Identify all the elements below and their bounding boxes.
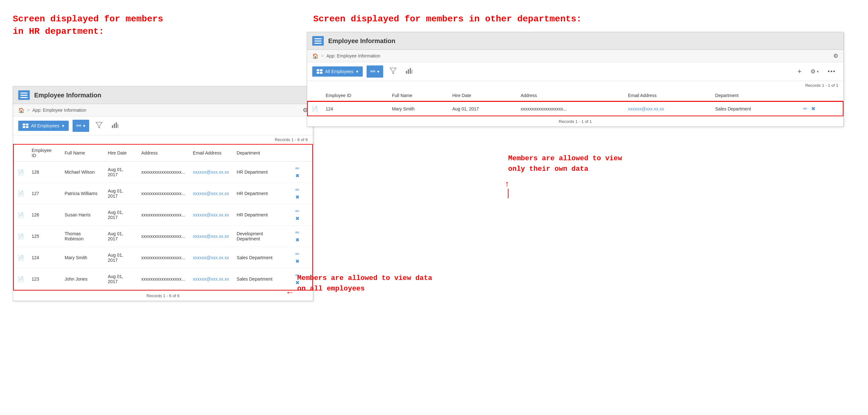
left-chart-button[interactable] [109, 121, 121, 131]
cell-email: xxxxxx@xxx.xx.xx [189, 269, 233, 290]
delete-button[interactable]: ✖ [294, 257, 301, 265]
svg-marker-0 [96, 122, 102, 128]
right-chart-button[interactable] [403, 66, 415, 77]
cell-address: xxxxxxxxxxxxxxxxxx... [137, 226, 189, 247]
cell-dept: HR Department [233, 183, 290, 204]
left-home-icon[interactable]: 🏠 [18, 107, 25, 113]
delete-button[interactable]: ✖ [294, 172, 301, 179]
right-add-button[interactable]: + [795, 66, 804, 77]
right-col-dept-header: Department [711, 90, 798, 102]
left-filter-button[interactable] [93, 121, 105, 131]
cell-actions: ✏ ✖ [290, 183, 312, 204]
table-row: 📄 126 Susan Harris Aug 01, 2017 xxxxxxxx… [14, 204, 312, 226]
table-row: 📄 125 Thomas Robinson Aug 01, 2017 xxxxx… [14, 226, 312, 247]
cell-fullname: John Jones [61, 269, 104, 290]
left-branch-button[interactable]: ⚯ ▾ [72, 120, 89, 132]
right-col-address-header: Address [517, 90, 624, 102]
right-col-fullname-header: Full Name [388, 90, 448, 102]
right-filter-icon [390, 68, 397, 74]
edit-button[interactable]: ✏ [294, 250, 301, 257]
left-col-dept-header: Department [233, 145, 290, 162]
right-branch-icon: ⚯ [370, 68, 375, 75]
left-view-button[interactable]: All Employees ▾ [18, 121, 69, 131]
cell-hiredate: Aug 01, 2017 [104, 204, 137, 226]
cell-actions: ✏ ✖ [290, 204, 312, 226]
right-col-empid-header: Employee ID [322, 90, 388, 102]
cell-empid: 123 [28, 269, 61, 290]
cell-empid: 126 [28, 204, 61, 226]
left-breadcrumb: 🏠 > App: Employee Information ⚙ [13, 104, 313, 116]
cell-email: xxxxxx@xxx.xx.xx [189, 226, 233, 247]
right-branch-button[interactable]: ⚯ ▾ [367, 65, 383, 77]
left-branch-chevron: ▾ [83, 123, 85, 128]
right-note1-line2: only their own data [508, 164, 668, 174]
cell-email: xxxxxx@xxx.xx.xx [189, 183, 233, 204]
page-wrapper: Screen displayed for members in HR depar… [0, 0, 868, 415]
right-col-hiredate-header: Hire Date [448, 90, 517, 102]
row-doc-icon: 📄 [18, 276, 24, 282]
cell-dept: Sales Department [233, 247, 290, 269]
cell-empid: 127 [28, 183, 61, 204]
cell-empid: 124 [28, 247, 61, 269]
right-grid-icon [317, 69, 322, 74]
left-app-header: Employee Information [13, 87, 313, 104]
right-note2-line1: Members are allowed to view data [297, 273, 457, 283]
right-settings-small[interactable]: ⚙ [833, 53, 838, 59]
edit-button[interactable]: ✏ [294, 186, 301, 194]
edit-button[interactable]: ✏ [802, 105, 809, 112]
cell-address: xxxxxxxxxxxxxxxxxx... [137, 269, 189, 290]
right-settings-button[interactable]: ⚙ ▾ [808, 67, 822, 76]
edit-button[interactable]: ✏ [294, 229, 301, 236]
edit-button[interactable]: ✏ [294, 165, 301, 172]
right-app-window: Employee Information 🏠 > App: Employee I… [307, 32, 844, 127]
cell-fullname: Patricia Williams [61, 183, 104, 204]
right-col-email-header: Email Address [624, 90, 711, 102]
cell-actions: ✏ ✖ [798, 102, 843, 116]
cell-dept: Sales Department [233, 269, 290, 290]
delete-button[interactable]: ✖ [294, 236, 301, 244]
table-row: 📄 124 Mary Smith Aug 01, 2017 xxxxxxxxxx… [14, 247, 312, 269]
right-records-top: Records 1 - 1 of 1 [307, 81, 843, 90]
left-filter-icon [96, 122, 102, 128]
right-home-icon[interactable]: 🏠 [312, 53, 319, 59]
cell-dept: HR Department [233, 162, 290, 183]
right-note-1: Members are allowed to view only their o… [508, 153, 668, 174]
delete-button[interactable]: ✖ [294, 215, 301, 222]
svg-rect-7 [408, 69, 409, 74]
svg-rect-1 [112, 125, 113, 128]
row-doc-icon: 📄 [18, 234, 24, 239]
cell-actions: ✏ ✖ [290, 247, 312, 269]
cell-fullname: Thomas Robinson [61, 226, 104, 247]
left-col-actions-header [290, 145, 312, 162]
right-col-actions-header [798, 90, 843, 102]
right-filter-button[interactable] [387, 66, 399, 77]
right-view-chevron: ▾ [356, 69, 358, 74]
right-breadcrumb: 🏠 > App: Employee Information ⚙ [307, 50, 843, 62]
cell-hiredate: Aug 01, 2017 [104, 183, 137, 204]
row-doc-icon: 📄 [18, 255, 24, 261]
edit-button[interactable]: ✏ [294, 207, 301, 215]
svg-rect-4 [118, 124, 118, 128]
delete-button[interactable]: ✖ [810, 105, 816, 112]
up-arrow-icon: ↑ [505, 179, 509, 189]
left-menu-icon[interactable] [18, 90, 30, 100]
right-table-container: Employee ID Full Name Hire Date Address … [307, 90, 843, 116]
right-breadcrumb-sep: > [321, 53, 324, 59]
left-table-header: Employee ID Full Name Hire Date Address … [14, 145, 312, 162]
svg-marker-5 [390, 68, 396, 74]
left-records-top: Records 1 - 6 of 6 [13, 135, 313, 144]
left-branch-icon: ⚯ [76, 122, 81, 129]
delete-button[interactable]: ✖ [294, 194, 301, 201]
right-view-button[interactable]: All Employees ▾ [312, 66, 363, 77]
left-breadcrumb-sep: > [27, 108, 30, 113]
row-doc-icon: 📄 [18, 170, 24, 175]
right-branch-chevron: ▾ [377, 69, 379, 74]
right-more-button[interactable]: ••• [825, 67, 838, 76]
right-view-label: All Employees [325, 69, 353, 74]
arrow-line-1 [508, 189, 508, 198]
left-toolbar: All Employees ▾ ⚯ ▾ [13, 116, 313, 135]
settings-chevron: ▾ [817, 70, 819, 74]
row-doc-icon: 📄 [312, 106, 318, 111]
cell-address: xxxxxxxxxxxxxxxxxx... [137, 162, 189, 183]
right-menu-icon[interactable] [312, 36, 324, 46]
